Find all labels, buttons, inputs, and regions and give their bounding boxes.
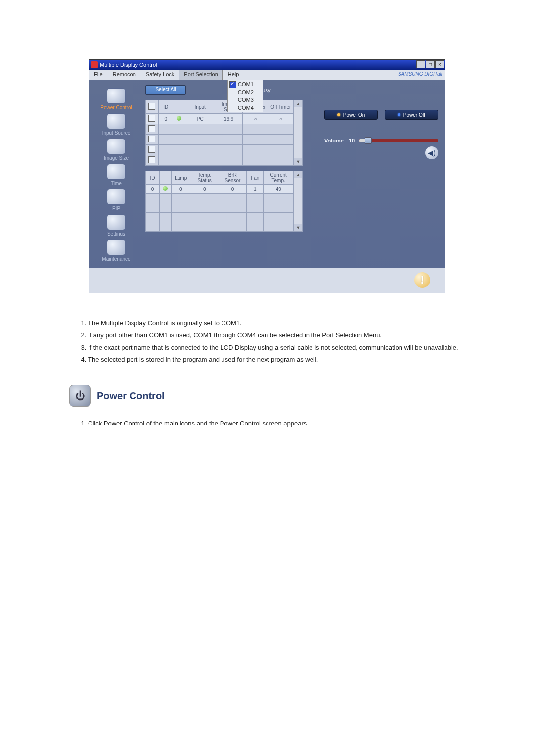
scroll-up-icon[interactable]: ▲ (294, 100, 302, 107)
list-item: If any port other than COM1 is used, COM… (88, 331, 465, 341)
power-off-button[interactable]: Power Off (385, 110, 438, 120)
table1-scrollbar[interactable]: ▲ ▼ (294, 100, 303, 166)
table-row (146, 194, 294, 203)
status-table-wrap: ID Lamp Temp. Status BrR Sensor Fan Curr… (145, 171, 440, 232)
sidebar-item-image-size[interactable]: Image Size (104, 139, 129, 161)
speaker-icon[interactable]: ◀) (425, 146, 438, 159)
status-green-icon (163, 186, 168, 191)
sidebar-item-time[interactable]: Time (107, 164, 126, 186)
port-option-com3[interactable]: COM3 (228, 96, 263, 104)
brand-label: SAMSUNG DIGITall (398, 71, 442, 77)
power-on-led-icon (337, 113, 340, 116)
mdc-window: Multiple Display Control _ □ × File Remo… (89, 59, 445, 293)
th-temp-status[interactable]: Temp. Status (190, 171, 219, 185)
sidebar-item-label: Power Control (100, 105, 132, 110)
cell-br-sensor: 0 (219, 185, 246, 194)
table-row (146, 124, 294, 135)
power-control-section-icon: ⏻ (69, 385, 91, 407)
menu-safety-lock[interactable]: Safety Lock (141, 70, 179, 80)
power-on-button[interactable]: Power On (324, 110, 378, 120)
table-row[interactable]: 0 PC 16:9 ○ ○ (146, 114, 294, 124)
cell-input: PC (185, 114, 215, 124)
cell-id: 0 (146, 185, 160, 194)
maximize-button[interactable]: □ (426, 60, 435, 68)
alert-icon: ! (414, 272, 430, 288)
table-row (146, 213, 294, 222)
cell-on-timer: ○ (243, 114, 268, 124)
th-input[interactable]: Input (185, 100, 215, 114)
instruction-list: The Multiple Display Control is original… (79, 318, 465, 365)
window-title: Multiple Display Control (100, 62, 157, 68)
port-selection-dropdown: COM1 COM2 COM3 COM4 (227, 80, 263, 112)
th-id[interactable]: ID (158, 100, 173, 114)
sidebar-item-label: PIP (112, 206, 120, 211)
volume-slider[interactable] (359, 139, 438, 142)
menu-file[interactable]: File (89, 70, 108, 80)
sidebar-item-settings[interactable]: Settings (107, 214, 126, 236)
display-table: ID Input Image Size On Timer Off Timer 0… (145, 100, 294, 166)
sidebar-item-input-source[interactable]: Input Source (102, 113, 131, 136)
scroll-up-icon[interactable]: ▲ (294, 171, 302, 178)
table-row (146, 135, 294, 145)
th-id[interactable]: ID (146, 171, 160, 185)
row-checkbox[interactable] (148, 156, 155, 163)
volume-value: 10 (349, 138, 355, 143)
table-header-row: ID Lamp Temp. Status BrR Sensor Fan Curr… (146, 171, 294, 185)
top-row: Select All Busy (145, 85, 440, 95)
th-lamp[interactable]: Lamp (171, 171, 190, 185)
select-all-button[interactable]: Select All (145, 85, 186, 95)
power-buttons: Power On Power Off (324, 110, 438, 120)
power-on-label: Power On (343, 112, 365, 118)
list-item: If the exact port name that is connected… (88, 343, 465, 353)
sidebar-item-maintenance[interactable]: Maintenance (102, 239, 130, 262)
row-checkbox[interactable] (148, 115, 155, 122)
th-fan[interactable]: Fan (247, 171, 264, 185)
titlebar[interactable]: Multiple Display Control _ □ × (89, 60, 445, 70)
list-item: The selected port is stored in the progr… (88, 355, 465, 365)
cell-off-timer: ○ (268, 114, 293, 124)
cell-fan: 1 (247, 185, 264, 194)
volume-thumb[interactable] (365, 137, 372, 144)
table-row (146, 222, 294, 232)
list-item: The Multiple Display Control is original… (88, 318, 465, 329)
sidebar-item-label: Maintenance (102, 256, 130, 262)
th-current-temp[interactable]: Current Temp. (264, 171, 294, 185)
list-item: Click Power Control of the main icons an… (88, 419, 465, 429)
sidebar-item-power-control[interactable]: Power Control (100, 88, 132, 110)
input-source-icon (107, 113, 126, 129)
menubar: File Remocon Safety Lock Port Selection … (89, 70, 445, 80)
status-bar: ! (89, 268, 445, 293)
menu-help[interactable]: Help (223, 70, 244, 80)
image-size-icon (107, 139, 126, 154)
header-checkbox[interactable] (148, 103, 155, 110)
table-row[interactable]: 0 0 0 0 1 49 (146, 185, 294, 194)
sidebar-item-pip[interactable]: PIP (107, 189, 126, 211)
settings-icon (107, 214, 126, 230)
port-option-com4[interactable]: COM4 (228, 104, 263, 112)
section-heading: ⏻ Power Control (69, 385, 494, 407)
sidebar-item-label: Input Source (102, 130, 131, 136)
power-off-label: Power Off (403, 112, 425, 118)
cell-id: 0 (158, 114, 173, 124)
close-button[interactable]: × (435, 60, 444, 68)
scroll-down-icon[interactable]: ▼ (294, 224, 302, 231)
port-option-com1[interactable]: COM1 (228, 80, 263, 88)
menu-port-selection[interactable]: Port Selection (179, 70, 222, 80)
th-off-timer[interactable]: Off Timer (268, 100, 293, 114)
port-option-com2[interactable]: COM2 (228, 88, 263, 96)
table-row (146, 203, 294, 213)
row-checkbox[interactable] (148, 136, 155, 142)
menu-remocon[interactable]: Remocon (108, 70, 141, 80)
cell-temp-status: 0 (190, 185, 219, 194)
minimize-button[interactable]: _ (416, 60, 425, 68)
th-br-sensor[interactable]: BrR Sensor (219, 171, 246, 185)
table2-scrollbar[interactable]: ▲ ▼ (294, 171, 303, 232)
row-checkbox[interactable] (148, 146, 155, 153)
status-green-icon (177, 116, 181, 121)
status-table: ID Lamp Temp. Status BrR Sensor Fan Curr… (145, 171, 294, 232)
right-panel: Power On Power Off Volume 10 (324, 110, 438, 159)
row-checkbox[interactable] (148, 125, 155, 132)
time-icon (107, 164, 126, 180)
scroll-down-icon[interactable]: ▼ (294, 158, 302, 165)
instruction-list-2: Click Power Control of the main icons an… (79, 419, 465, 429)
